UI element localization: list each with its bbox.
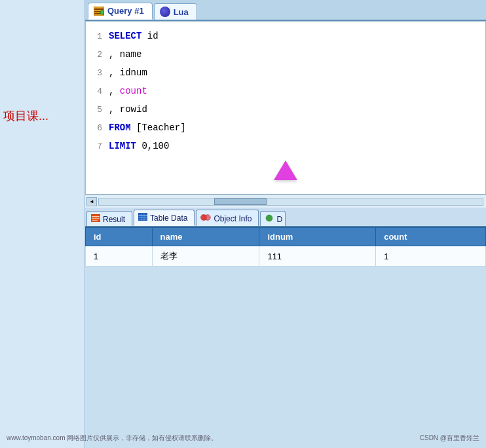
svg-rect-7	[92, 216, 100, 217]
editor-tab-bar: Query #1 Lua	[85, 0, 486, 21]
lua-icon	[160, 7, 170, 17]
tab-result[interactable]: Result	[86, 211, 132, 226]
svg-rect-9	[92, 220, 98, 221]
line-content: FROM [Teacher]	[109, 119, 186, 137]
line-content: LIMIT 0,100	[109, 137, 169, 155]
tab-query[interactable]: Query #1	[88, 3, 153, 20]
svg-point-4	[100, 10, 104, 14]
table-row: 1老李1111	[86, 246, 486, 267]
code-editor[interactable]: 1SELECT id2 , name3 , idnum4 , count5 , …	[85, 21, 486, 195]
bottom-tab-bar: Result Table Data	[85, 208, 486, 227]
object-info-icon	[200, 213, 211, 224]
table-header-cell: count	[376, 228, 486, 246]
table-header-row: idnameidnumcount	[86, 228, 486, 246]
scroll-left-button[interactable]: ◀	[86, 197, 97, 206]
tab-result-label: Result	[103, 215, 125, 224]
svg-rect-13	[139, 219, 147, 220]
line-number: 7	[86, 138, 109, 156]
tab-lua-label: Lua	[174, 7, 189, 17]
sidebar-text: 项目课...	[0, 105, 52, 127]
scroll-track[interactable]	[98, 198, 483, 206]
result-icon	[91, 214, 100, 224]
code-token-txt: , rowid	[109, 104, 147, 115]
code-token-kw: SELECT	[109, 31, 141, 41]
svg-rect-2	[94, 11, 101, 12]
line-content: SELECT id	[109, 27, 159, 45]
query-icon	[94, 7, 104, 16]
code-token-txt: 0,100	[136, 141, 169, 151]
table-container: idnameidnumcount 1老李1111	[85, 227, 486, 267]
table-header: idnameidnumcount	[86, 228, 486, 246]
table-cell: 1	[86, 246, 153, 267]
code-token-txt: [Teacher]	[131, 122, 186, 133]
arrow-indicator	[86, 155, 485, 189]
svg-rect-1	[94, 9, 103, 10]
d-icon	[265, 214, 274, 224]
line-number: 2	[86, 46, 109, 64]
main-area: Query #1 Lua 1SELECT id2 , name3 , idnum…	[85, 0, 486, 448]
tab-table-data-label: Table Data	[150, 214, 187, 223]
data-table: idnameidnumcount 1老李1111	[85, 227, 486, 267]
watermark-left: www.toymoban.com 网络图片仅供展示，非存储，如有侵权请联系删除。	[7, 434, 217, 443]
code-line: 3 , idnum	[86, 64, 485, 82]
table-header-cell: idnum	[259, 228, 376, 246]
tab-lua[interactable]: Lua	[154, 3, 197, 20]
code-token-fn: count	[120, 86, 147, 96]
tab-query-label: Query #1	[107, 6, 144, 16]
table-header-cell: name	[152, 228, 259, 246]
editor-scrollbar[interactable]: ◀	[85, 195, 486, 208]
svg-rect-12	[139, 217, 147, 218]
line-content: , name	[109, 45, 141, 64]
scroll-thumb[interactable]	[214, 198, 267, 205]
table-header-cell: id	[86, 228, 153, 246]
code-line: 7LIMIT 0,100	[86, 137, 485, 155]
tab-object-info[interactable]: Object Info	[196, 210, 259, 226]
watermark-right: CSDN @百里香矧兰	[420, 434, 479, 443]
code-token-txt: ,	[109, 86, 120, 96]
watermark: www.toymoban.com 网络图片仅供展示，非存储，如有侵权请联系删除。…	[0, 434, 486, 443]
line-number: 1	[86, 28, 109, 46]
tab-d-label: D	[276, 215, 282, 224]
table-cell: 111	[259, 246, 376, 267]
code-token-txt: id	[141, 31, 158, 41]
code-token-kw: LIMIT	[109, 141, 136, 151]
table-cell: 老李	[152, 246, 259, 267]
line-content: , count	[109, 82, 147, 100]
code-token-txt: , idnum	[109, 67, 147, 78]
code-line: 1SELECT id	[86, 27, 485, 45]
code-line: 5 , rowid	[86, 100, 485, 119]
tab-d[interactable]: D	[260, 211, 286, 226]
tab-object-info-label: Object Info	[214, 214, 252, 223]
tab-table-data[interactable]: Table Data	[134, 210, 195, 226]
table-cell: 1	[376, 246, 486, 267]
line-content: , rowid	[109, 100, 147, 119]
line-content: , idnum	[109, 64, 147, 82]
svg-rect-11	[139, 215, 147, 216]
svg-point-20	[266, 215, 272, 221]
line-number: 4	[86, 83, 109, 101]
up-arrow-icon	[274, 160, 297, 180]
line-number: 3	[86, 64, 109, 83]
code-line: 2 , name	[86, 45, 485, 64]
left-sidebar: 项目课...	[0, 0, 85, 448]
code-line: 4 , count	[86, 82, 485, 100]
table-body: 1老李1111	[86, 246, 486, 267]
line-number: 5	[86, 101, 109, 119]
code-token-txt: , name	[109, 49, 141, 60]
code-token-kw: FROM	[109, 122, 131, 133]
svg-rect-8	[92, 218, 100, 219]
table-data-icon	[138, 213, 147, 223]
line-number: 6	[86, 119, 109, 138]
code-line: 6FROM [Teacher]	[86, 119, 485, 137]
